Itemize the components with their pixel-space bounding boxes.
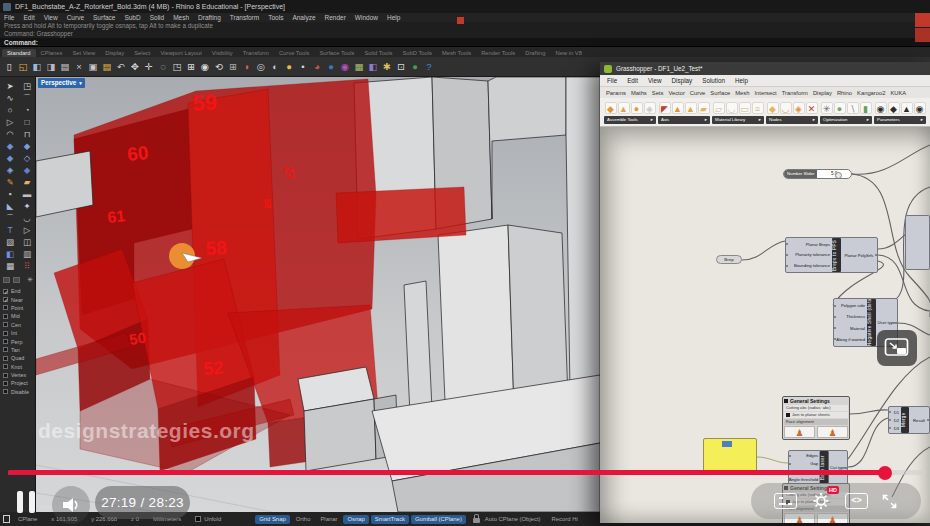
polygon-icon[interactable]: ▷ bbox=[4, 117, 16, 127]
gh-tab-sets[interactable]: Sets bbox=[652, 90, 664, 96]
progress-track[interactable] bbox=[8, 470, 922, 475]
earth-icon[interactable]: ● bbox=[409, 60, 421, 73]
material-sphere-icon[interactable]: ◉ bbox=[339, 60, 351, 73]
cone-icon[interactable]: ◇ bbox=[21, 153, 33, 163]
osnap-item-near[interactable]: ✓Near bbox=[0, 295, 35, 303]
checkbox[interactable]: ✓ bbox=[3, 297, 8, 302]
gh-tool-icon[interactable]: ◆ bbox=[767, 102, 779, 114]
gh-group-label[interactable]: Nodes▸ bbox=[766, 116, 818, 124]
gh-tool-icon[interactable]: ▲ bbox=[618, 102, 630, 114]
status-toggle-smarttrack[interactable]: SmartTrack bbox=[371, 515, 409, 524]
osnap-item-tan[interactable]: Tan bbox=[0, 346, 35, 354]
menu-item-mesh[interactable]: Mesh bbox=[173, 14, 189, 21]
gh-tool-icon[interactable]: ≡ bbox=[752, 102, 764, 114]
osnap-item-quad[interactable]: Quad bbox=[0, 354, 35, 362]
gh-menu-item-help[interactable]: Help bbox=[735, 77, 748, 84]
menu-item-view[interactable]: View bbox=[44, 14, 58, 21]
progress-scrubber[interactable] bbox=[878, 466, 892, 480]
pan-hand-icon[interactable]: ✥ bbox=[129, 60, 141, 73]
pencil-icon[interactable]: ✎ bbox=[4, 177, 16, 187]
checkbox[interactable] bbox=[3, 373, 8, 378]
gh-tool-icon[interactable]: ▮ bbox=[860, 102, 872, 114]
zoom-selected-icon[interactable]: ◉ bbox=[199, 60, 211, 73]
fullscreen-button[interactable] bbox=[881, 493, 898, 510]
osnap-item-disable[interactable]: Disable bbox=[0, 388, 35, 396]
figure-icon[interactable]: ♟ bbox=[817, 426, 848, 438]
osnap-item-vertex[interactable]: Vertex bbox=[0, 371, 35, 379]
partial-component[interactable] bbox=[905, 215, 930, 270]
extrude-icon[interactable]: ◆ bbox=[21, 165, 33, 175]
gh-tool-icon[interactable]: ∖ bbox=[847, 102, 859, 114]
osnap-item-point[interactable]: Point bbox=[0, 304, 35, 312]
layer-chip[interactable]: Unfold bbox=[195, 516, 221, 522]
osnap-item-cen[interactable]: Cen bbox=[0, 321, 35, 329]
gh-tab-display[interactable]: Display bbox=[813, 90, 832, 96]
status-item[interactable]: Record Hi bbox=[552, 516, 578, 522]
new-file-icon[interactable]: ▯ bbox=[3, 60, 15, 73]
figure-icon[interactable]: ♟ bbox=[784, 426, 815, 438]
perspective-viewport[interactable]: 5960615827585052 designstrategies.org bbox=[36, 77, 600, 512]
checkbox[interactable] bbox=[3, 356, 8, 361]
status-toggle-planar[interactable]: Planar bbox=[316, 515, 341, 524]
gh-menu-item-file[interactable]: File bbox=[607, 77, 617, 84]
grid-icon[interactable]: ▦ bbox=[353, 60, 365, 73]
checkbox[interactable] bbox=[3, 331, 8, 336]
gh-panel-note[interactable] bbox=[703, 438, 757, 474]
general-settings-panel[interactable]: General SettingsCutting abc (radius: abc… bbox=[782, 396, 850, 440]
settings-button[interactable]: HD bbox=[810, 491, 832, 511]
gh-tool-icon[interactable]: ◡ bbox=[726, 102, 738, 114]
menu-item-help[interactable]: Help bbox=[387, 14, 400, 21]
cube-icon[interactable]: ◧ bbox=[367, 60, 379, 73]
brep-param-component[interactable]: Brep bbox=[716, 255, 742, 264]
shade-icon[interactable]: ◗ bbox=[241, 60, 253, 73]
checkbox[interactable] bbox=[3, 322, 8, 327]
osnap-item-int[interactable]: Int bbox=[0, 329, 35, 337]
gh-menu-item-view[interactable]: View bbox=[648, 77, 662, 84]
blend-icon[interactable]: ⌒ bbox=[4, 213, 16, 223]
menu-item-analyze[interactable]: Analyze bbox=[292, 14, 315, 21]
cylinder-icon[interactable]: ◆ bbox=[4, 153, 16, 163]
toolbar-tab-display[interactable]: Display bbox=[100, 49, 129, 57]
ellipse-icon[interactable]: ◔ bbox=[21, 105, 33, 115]
gh-tab-mesh[interactable]: Mesh bbox=[735, 90, 749, 96]
gh-tool-icon[interactable]: ◆ bbox=[605, 102, 617, 114]
panel-row[interactable]: Face alignment bbox=[784, 419, 848, 425]
menu-item-transform[interactable]: Transform bbox=[230, 14, 259, 21]
menu-item-edit[interactable]: Edit bbox=[23, 14, 34, 21]
gh-tab-kangaroo2[interactable]: Kangaroo2 bbox=[857, 90, 885, 96]
hide-icon[interactable]: ◐ bbox=[269, 60, 281, 73]
osnap-item-project[interactable]: Project bbox=[0, 379, 35, 387]
zoom-window-icon[interactable]: ◳ bbox=[171, 60, 183, 73]
lock-icon[interactable] bbox=[473, 518, 480, 523]
gh-tab-vector[interactable]: Vector bbox=[668, 90, 684, 96]
viewport-layout-icon[interactable]: ⊞ bbox=[227, 60, 239, 73]
gh-tool-icon[interactable]: ◆ bbox=[888, 102, 900, 114]
gh-tool-icon[interactable]: ▱ bbox=[713, 102, 725, 114]
circle-icon[interactable]: ○ bbox=[4, 105, 16, 115]
subtitles-button[interactable] bbox=[774, 493, 797, 509]
rotate-view-icon[interactable]: ⟲ bbox=[213, 60, 225, 73]
text-icon[interactable]: T bbox=[4, 225, 16, 235]
rectangle-icon[interactable]: □ bbox=[21, 117, 33, 127]
point-icon[interactable]: • bbox=[297, 60, 309, 73]
osnap-item-mid[interactable]: Mid bbox=[0, 312, 35, 320]
gh-tool-icon[interactable]: ◉ bbox=[914, 102, 926, 114]
points-icon[interactable]: ▬ bbox=[21, 189, 33, 199]
gh-menu-item-edit[interactable]: Edit bbox=[627, 77, 638, 84]
surface-icon[interactable]: ◫ bbox=[21, 237, 33, 247]
menu-item-tools[interactable]: Tools bbox=[268, 14, 283, 21]
gh-tab-maths[interactable]: Maths bbox=[631, 90, 647, 96]
checkbox[interactable] bbox=[3, 364, 8, 369]
export-icon[interactable]: ◨ bbox=[45, 60, 57, 73]
gh-group-label[interactable]: Optimization▸ bbox=[820, 116, 872, 124]
panel-row[interactable]: Cutting abc (radius: abc) bbox=[784, 405, 848, 411]
gh-group-label[interactable]: Parameters▸ bbox=[874, 116, 926, 124]
osnap-item-perp[interactable]: Perp bbox=[0, 337, 35, 345]
fillet-icon[interactable]: ◣ bbox=[4, 201, 16, 211]
menu-item-curve[interactable]: Curve bbox=[67, 14, 84, 21]
help-icon[interactable]: ? bbox=[423, 60, 435, 73]
gh-tool-icon[interactable]: ● bbox=[834, 102, 846, 114]
menu-item-surface[interactable]: Surface bbox=[93, 14, 115, 21]
osnap-mini-button-2[interactable] bbox=[13, 277, 20, 283]
command-prompt-input[interactable]: Command: bbox=[0, 38, 930, 47]
